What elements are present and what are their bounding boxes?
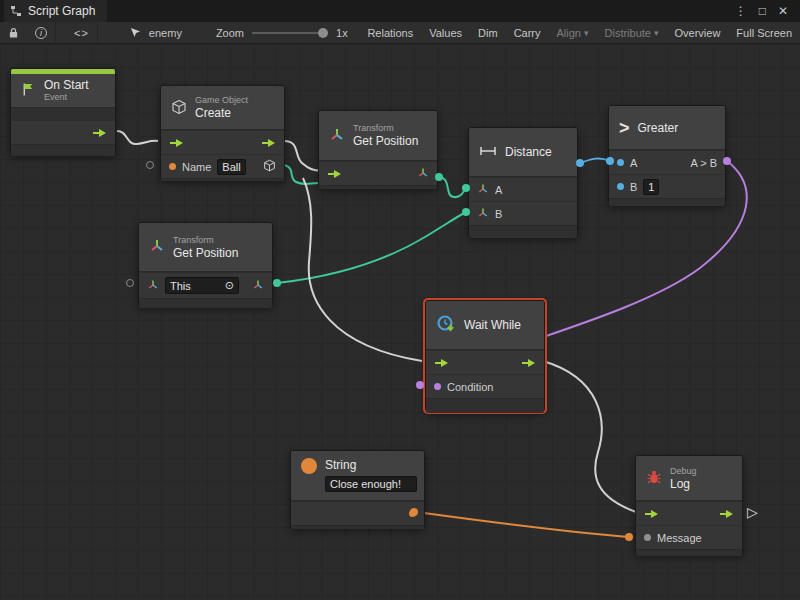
flow-input-port[interactable] — [327, 169, 342, 179]
continue-triangle-icon: ▷ — [747, 504, 758, 520]
values-button[interactable]: Values — [421, 22, 470, 43]
node-header: > Greater — [609, 106, 725, 150]
node-greater[interactable]: > Greater A A > B B 1 — [608, 105, 726, 205]
node-category: Debug — [670, 466, 697, 477]
node-header: Wait While — [426, 301, 544, 350]
name-input[interactable]: Ball — [217, 159, 245, 175]
flow-output-port[interactable] — [521, 358, 536, 368]
wire-onstart-to-create[interactable] — [117, 131, 158, 144]
align-dropdown[interactable]: Align▾ — [549, 22, 597, 43]
output-row — [291, 501, 424, 525]
waitwhile-condition-dot[interactable] — [416, 381, 424, 389]
flow-output-port[interactable] — [92, 128, 107, 138]
greater-a-input-dot[interactable] — [606, 157, 614, 165]
node-get-position-b[interactable]: Transform Get Position This⊙ — [138, 222, 273, 307]
wire-create-object-to-getposition[interactable] — [284, 165, 318, 184]
zoom-slider[interactable] — [252, 32, 328, 34]
position-output-port[interactable] — [252, 279, 264, 293]
node-band — [11, 108, 115, 120]
wire-waitwhile-to-log[interactable] — [543, 361, 636, 512]
flow-row — [319, 161, 437, 185]
flow-input-port[interactable] — [644, 509, 659, 519]
port-a-label: A — [630, 157, 637, 169]
node-category: Transform — [173, 235, 238, 246]
vector-port-icon[interactable] — [477, 183, 489, 197]
node-wait-while[interactable]: Wait While Condition — [425, 300, 545, 412]
message-label: Message — [657, 532, 702, 544]
number-a-input-port[interactable] — [617, 159, 624, 166]
relations-button[interactable]: Relations — [359, 22, 421, 43]
string-value-input[interactable]: Close enough! — [325, 476, 417, 492]
a-row: A A > B — [609, 150, 725, 174]
node-gameobject-create[interactable]: Game Object Create Name Ball — [160, 85, 285, 180]
number-b-input-port[interactable] — [617, 183, 624, 190]
node-header: Debug Log — [636, 456, 742, 501]
target-icon[interactable]: ⊙ — [225, 279, 234, 292]
position-output-port[interactable] — [417, 167, 429, 181]
node-title: On Start — [44, 78, 89, 92]
getposition-b-output-dot[interactable] — [273, 279, 281, 287]
flow-input-port[interactable] — [434, 358, 449, 368]
graph-canvas[interactable]: On Start Event Game Object Create Name — [0, 44, 800, 600]
transform-input-port[interactable] — [147, 279, 159, 293]
this-input[interactable]: This⊙ — [165, 277, 239, 294]
string-input-port[interactable] — [169, 163, 176, 170]
wire-flow-to-waitwhile[interactable] — [303, 178, 422, 361]
condition-label: Condition — [447, 381, 493, 393]
node-title: Wait While — [464, 318, 521, 332]
code-view-icon[interactable]: <> — [66, 22, 97, 43]
node-header: Game Object Create — [161, 86, 284, 130]
gameobject-output-port[interactable] — [263, 159, 276, 174]
fullscreen-button[interactable]: Full Screen — [728, 22, 800, 43]
name-port-label: Name — [182, 161, 211, 173]
flow-output-port[interactable] — [261, 138, 276, 148]
info-icon[interactable]: i — [27, 22, 55, 43]
dim-button[interactable]: Dim — [470, 22, 506, 43]
flag-icon — [21, 82, 36, 99]
distribute-dropdown[interactable]: Distribute▾ — [597, 22, 667, 43]
distance-output-dot[interactable] — [576, 159, 584, 167]
vector-port-icon[interactable] — [477, 207, 489, 221]
distance-b-input-dot[interactable] — [462, 208, 470, 216]
unconnected-port-ring[interactable] — [126, 279, 134, 287]
node-string[interactable]: String Close enough! — [290, 450, 425, 528]
node-distance[interactable]: Distance A B — [468, 127, 578, 237]
node-title: Greater — [638, 121, 679, 135]
node-on-start-event[interactable]: On Start Event — [10, 68, 116, 155]
flow-output-port[interactable] — [719, 509, 734, 519]
port-b-label: B — [630, 181, 637, 193]
window-title: Script Graph — [28, 4, 95, 18]
unconnected-port-ring[interactable] — [146, 161, 154, 169]
greater-output-dot[interactable] — [723, 157, 731, 165]
node-header: Transform Get Position — [319, 111, 437, 161]
condition-input-port[interactable] — [434, 383, 441, 390]
node-title: Get Position — [173, 246, 238, 260]
ruler-icon — [479, 145, 497, 159]
chevron-down-icon: ▾ — [654, 28, 659, 38]
script-graph-tab[interactable]: Script Graph — [4, 0, 107, 22]
wire-string-to-message[interactable] — [424, 513, 629, 537]
node-footer — [319, 185, 437, 189]
getposition-a-output-dot[interactable] — [435, 173, 443, 181]
node-header: Distance — [469, 128, 577, 177]
zoom-slider-knob[interactable] — [318, 28, 328, 38]
maximize-icon[interactable]: □ — [759, 4, 766, 18]
script-graph-icon — [10, 5, 22, 17]
wire-getposition-to-distance-b[interactable] — [277, 212, 466, 283]
b-value-input[interactable]: 1 — [643, 179, 659, 195]
string-output-dot[interactable] — [410, 508, 418, 516]
message-input-port[interactable] — [644, 534, 651, 541]
flow-input-port[interactable] — [169, 138, 184, 148]
overview-button[interactable]: Overview — [667, 22, 729, 43]
vector-a-row: A — [469, 177, 577, 201]
kebab-menu-icon[interactable]: ⋮ — [735, 4, 747, 18]
close-icon[interactable]: ✕ — [778, 4, 788, 18]
wire-create-to-getposition[interactable] — [284, 141, 321, 171]
distance-a-input-dot[interactable] — [462, 184, 470, 192]
lock-icon[interactable] — [0, 22, 27, 43]
b-row: B 1 — [609, 174, 725, 198]
node-debug-log[interactable]: Debug Log Message — [635, 455, 743, 555]
log-message-input-dot[interactable] — [625, 533, 633, 541]
node-get-position-a[interactable]: Transform Get Position — [318, 110, 438, 188]
carry-button[interactable]: Carry — [506, 22, 549, 43]
